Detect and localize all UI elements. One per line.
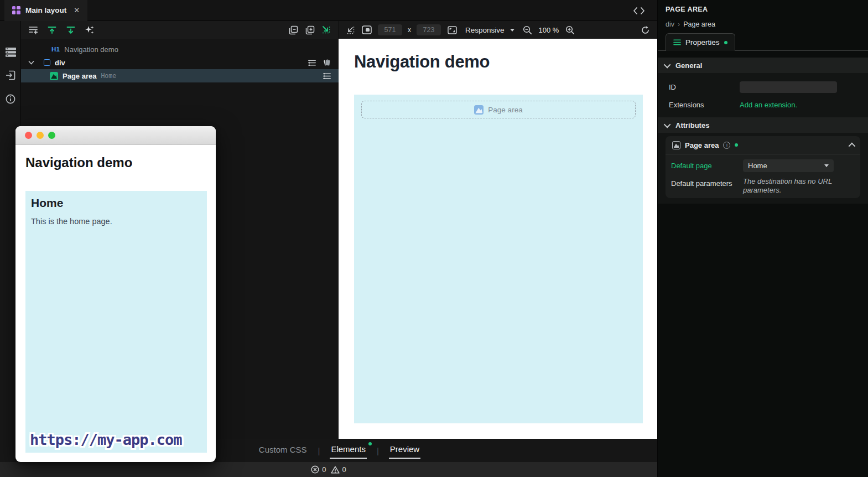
add-element-icon[interactable] xyxy=(28,24,39,35)
section-attributes-label: Attributes xyxy=(675,121,709,129)
tree-row-label: div xyxy=(55,59,65,67)
preview-titlebar[interactable] xyxy=(15,126,216,145)
viewport-mode-select[interactable]: Responsive xyxy=(463,26,517,34)
panel-tab-row: Properties xyxy=(658,33,868,51)
attribute-changes-dot xyxy=(735,143,738,147)
viewport-width-input[interactable] xyxy=(378,24,402,35)
chevron-up-icon[interactable] xyxy=(849,142,856,149)
expand-all-icon[interactable] xyxy=(304,24,315,35)
preview-page-heading: Navigation demo xyxy=(25,155,132,170)
zoom-in-icon[interactable] xyxy=(564,24,575,35)
attributes-body: Page area i Default page Home Default pa… xyxy=(658,133,868,204)
top-tab-bar: Main layout ✕ xyxy=(0,0,657,21)
styles-stack-icon[interactable] xyxy=(323,59,331,66)
ai-sparkles-icon[interactable] xyxy=(84,24,95,35)
tab-main-layout[interactable]: Main layout ✕ xyxy=(4,0,87,21)
resize-viewport-icon[interactable] xyxy=(446,24,458,35)
canvas-page-heading[interactable]: Navigation demo xyxy=(354,52,490,72)
maximize-traffic-light[interactable] xyxy=(48,132,55,139)
zoom-out-icon[interactable] xyxy=(522,24,533,35)
fit-to-view-icon[interactable] xyxy=(345,24,356,35)
canvas-frame-icon[interactable] xyxy=(361,24,372,35)
general-body: ID Extensions Add an extension. xyxy=(658,73,868,117)
info-icon[interactable]: i xyxy=(723,142,730,149)
attributes-card-title: Page area xyxy=(685,141,719,149)
tab-custom-css[interactable]: Custom CSS xyxy=(258,443,308,458)
h1-tag-badge: H1 xyxy=(51,46,60,53)
tab-close-icon[interactable]: ✕ xyxy=(74,6,80,14)
refresh-canvas-icon[interactable] xyxy=(640,24,651,35)
tab-properties[interactable]: Properties xyxy=(666,33,735,51)
tab-elements[interactable]: Elements xyxy=(330,442,367,459)
section-general-label: General xyxy=(675,61,702,70)
element-menu-icon[interactable] xyxy=(323,73,331,79)
viewport-mode-value: Responsive xyxy=(465,26,505,34)
breadcrumb-current[interactable]: Page area xyxy=(683,20,715,28)
zoom-level: 100 % xyxy=(539,26,559,34)
section-attributes[interactable]: Attributes xyxy=(658,117,868,133)
close-traffic-light[interactable] xyxy=(25,132,32,139)
tree-toolbar xyxy=(21,21,339,39)
default-parameters-note: The destination has no URL parameters. xyxy=(743,177,843,195)
breadcrumb-separator-icon: › xyxy=(678,20,680,28)
default-page-value: Home xyxy=(748,162,767,170)
preview-home-text: This is the home page. xyxy=(31,217,112,226)
tree-row-h1[interactable]: H1 Navigation demo xyxy=(21,43,339,56)
page-area-icon xyxy=(474,105,484,115)
tab-title: Main layout xyxy=(25,6,66,14)
app-window: Main layout ✕ xyxy=(0,0,868,477)
div-element-icon xyxy=(44,59,50,66)
tree-row-page-area-selected[interactable]: Page area Home xyxy=(21,69,339,82)
insert-panel-icon[interactable] xyxy=(5,70,16,81)
insert-before-icon[interactable] xyxy=(46,24,58,35)
layout-grid-icon xyxy=(12,6,20,14)
extensions-label: Extensions xyxy=(669,101,740,109)
viewport-height-input[interactable] xyxy=(417,24,441,35)
preview-window[interactable]: Navigation demo Home This is the home pa… xyxy=(15,126,216,462)
id-input[interactable] xyxy=(740,81,837,93)
preview-home-title: Home xyxy=(31,196,63,210)
tab-divider: | xyxy=(377,446,379,455)
code-view-icon[interactable] xyxy=(631,5,647,16)
breadcrumb: div › Page area xyxy=(666,20,715,28)
warning-counter[interactable]: 0 xyxy=(331,465,346,474)
insert-into-icon[interactable] xyxy=(321,24,332,35)
page-area-attributes-card: Page area i Default page Home Default pa… xyxy=(666,136,860,198)
elements-changes-dot xyxy=(368,442,372,445)
page-area-element-icon xyxy=(50,72,58,80)
properties-tab-label: Properties xyxy=(685,38,720,46)
canvas-toolbar: x Responsive 100 % xyxy=(339,21,657,39)
chevron-down-icon xyxy=(664,121,671,128)
add-extension-link[interactable]: Add an extension. xyxy=(740,101,797,109)
breadcrumb-parent[interactable]: div xyxy=(666,20,674,28)
expand-chevron-icon[interactable] xyxy=(28,61,34,65)
tree-row-label: Page area xyxy=(63,72,96,80)
canvas-page-area[interactable]: Page area xyxy=(354,95,643,423)
warning-count: 0 xyxy=(342,465,346,474)
chevron-down-icon xyxy=(510,29,514,32)
insert-after-icon[interactable] xyxy=(65,24,76,35)
default-page-meta: Home xyxy=(101,72,116,80)
tab-divider: | xyxy=(318,446,320,455)
tree-row-div[interactable]: div xyxy=(21,56,339,69)
section-general[interactable]: General xyxy=(658,58,868,73)
properties-list-icon xyxy=(673,39,681,45)
page-area-placeholder[interactable]: Page area xyxy=(361,101,636,118)
page-area-icon xyxy=(672,141,680,149)
attributes-card-header[interactable]: Page area i xyxy=(666,136,860,154)
warning-icon xyxy=(331,466,340,474)
info-icon[interactable] xyxy=(5,94,16,105)
layers-panel-icon[interactable] xyxy=(5,46,16,58)
design-canvas[interactable]: Navigation demo Page area xyxy=(339,39,657,439)
properties-changes-dot xyxy=(724,41,727,44)
preview-url-label: https://my-app.com xyxy=(30,431,182,448)
status-bar: 0 0 xyxy=(0,462,657,477)
element-menu-icon[interactable] xyxy=(308,60,316,66)
collapse-all-icon[interactable] xyxy=(288,24,299,35)
default-page-select[interactable]: Home xyxy=(743,159,834,172)
error-counter[interactable]: 0 xyxy=(311,465,326,474)
default-parameters-label: Default parameters xyxy=(671,177,743,188)
minimize-traffic-light[interactable] xyxy=(37,132,44,139)
tab-preview[interactable]: Preview xyxy=(389,442,420,459)
chevron-down-icon xyxy=(824,164,829,167)
